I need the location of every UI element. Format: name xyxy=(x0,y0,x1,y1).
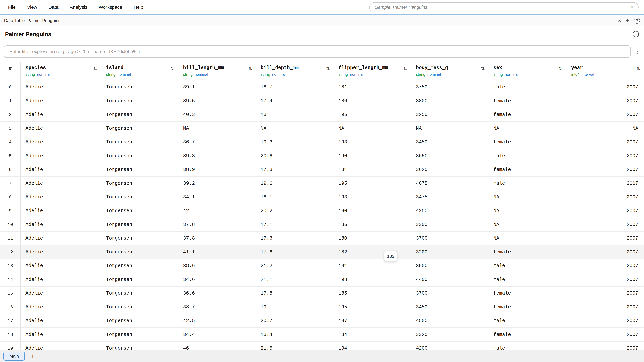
cell[interactable]: Torgersen xyxy=(101,108,178,121)
menu-item-data[interactable]: Data xyxy=(48,4,58,10)
cell[interactable]: 17.6 xyxy=(256,245,334,259)
cell[interactable]: Adelie xyxy=(21,177,101,190)
menu-item-help[interactable]: Help xyxy=(134,4,143,10)
cell[interactable]: 2007 xyxy=(566,135,644,149)
cell[interactable]: Adelie xyxy=(21,122,101,135)
cell[interactable]: Adelie xyxy=(21,342,101,350)
cell[interactable]: 2007 xyxy=(566,218,644,231)
table-row[interactable]: 11AdelieTorgersen37.817.31803700NA2007 xyxy=(0,232,644,245)
cell[interactable]: 38.9 xyxy=(178,163,256,176)
cell[interactable]: NA xyxy=(489,218,566,231)
cell[interactable]: Adelie xyxy=(21,328,101,341)
cell[interactable]: 46 xyxy=(178,342,256,350)
cell[interactable]: male xyxy=(489,177,566,190)
cell[interactable]: Adelie xyxy=(21,232,101,245)
cell[interactable]: 37.8 xyxy=(178,232,256,245)
cell[interactable]: 190 xyxy=(334,149,411,163)
menu-item-workspace[interactable]: Workspace xyxy=(99,4,122,10)
cell[interactable]: female xyxy=(489,135,566,149)
cell[interactable]: Torgersen xyxy=(101,177,178,190)
menu-item-view[interactable]: View xyxy=(27,4,37,10)
cell[interactable]: Adelie xyxy=(21,245,101,259)
column-header-sex[interactable]: sexstringnominal⇅ xyxy=(489,62,566,80)
cell[interactable]: 42.5 xyxy=(178,314,256,328)
cell[interactable]: 182 xyxy=(334,245,411,259)
cell[interactable]: 37.8 xyxy=(178,218,256,231)
cell[interactable]: 2007 xyxy=(566,300,644,314)
cell[interactable]: 2007 xyxy=(566,314,644,328)
table-row[interactable]: 1AdelieTorgersen39.517.41863800female200… xyxy=(0,94,644,108)
tab-title[interactable]: Data Table: Palmer Penguins xyxy=(4,18,60,23)
column-header-species[interactable]: speciesstringnominal⇅ xyxy=(21,62,101,80)
cell[interactable]: Torgersen xyxy=(101,204,178,218)
cell[interactable]: Adelie xyxy=(21,300,101,314)
cell[interactable]: 2007 xyxy=(566,245,644,259)
cell[interactable]: 39.1 xyxy=(178,80,256,94)
cell[interactable]: 4500 xyxy=(411,314,489,328)
cell[interactable]: Adelie xyxy=(21,135,101,149)
table-row[interactable]: 3AdelieTorgersenNANANANANANA xyxy=(0,122,644,135)
cell[interactable]: 3800 xyxy=(411,94,489,108)
cell[interactable]: 3650 xyxy=(411,149,489,163)
cell[interactable]: Torgersen xyxy=(101,94,178,108)
table-row[interactable]: 14AdelieTorgersen34.621.11984400male2007 xyxy=(0,273,644,287)
cell[interactable]: female xyxy=(489,287,566,300)
cell[interactable]: 2007 xyxy=(566,190,644,204)
cell[interactable]: Torgersen xyxy=(101,232,178,245)
cell[interactable]: 181 xyxy=(334,80,411,94)
cell[interactable]: Torgersen xyxy=(101,245,178,259)
info-icon[interactable]: i xyxy=(632,31,639,37)
table-row[interactable]: 7AdelieTorgersen39.219.61954675male2007 xyxy=(0,177,644,190)
help-icon[interactable]: ? xyxy=(634,17,640,24)
sort-icon[interactable]: ⇅ xyxy=(326,66,330,71)
cell[interactable]: 3325 xyxy=(411,328,489,341)
cell[interactable]: 190 xyxy=(334,204,411,218)
cell[interactable]: 19.6 xyxy=(256,177,334,190)
cell[interactable]: Torgersen xyxy=(101,135,178,149)
cell[interactable]: 2007 xyxy=(566,232,644,245)
cell[interactable]: Torgersen xyxy=(101,273,178,286)
cell[interactable]: 19.3 xyxy=(256,135,334,149)
cell[interactable]: male xyxy=(489,80,566,94)
cell[interactable]: male xyxy=(489,314,566,328)
column-header-island[interactable]: islandstringnominal⇅ xyxy=(101,62,178,80)
add-tab-icon[interactable]: + xyxy=(626,18,629,23)
cell[interactable]: Adelie xyxy=(21,108,101,121)
cell[interactable]: Adelie xyxy=(21,259,101,273)
cell[interactable]: NA xyxy=(489,122,566,135)
cell[interactable]: NA xyxy=(489,204,566,218)
column-header-bill_depth_mm[interactable]: bill_depth_mmstringnominal⇅ xyxy=(256,62,334,80)
sheet-tab-main[interactable]: Main xyxy=(3,352,25,361)
chevron-down-icon[interactable]: ▾ xyxy=(631,5,633,9)
cell[interactable]: Adelie xyxy=(21,287,101,300)
sort-icon[interactable]: ⇅ xyxy=(403,66,407,71)
cell[interactable]: 195 xyxy=(334,177,411,190)
cell[interactable]: Torgersen xyxy=(101,149,178,163)
cell[interactable]: 3750 xyxy=(411,80,489,94)
cell[interactable]: 20.6 xyxy=(256,149,334,163)
table-row[interactable]: 15AdelieTorgersen36.617.81853700female20… xyxy=(0,287,644,300)
cell[interactable]: 3625 xyxy=(411,163,489,176)
cell[interactable]: male xyxy=(489,342,566,350)
cell[interactable]: 18.4 xyxy=(256,328,334,341)
menu-item-analysis[interactable]: Analysis xyxy=(70,4,87,10)
table-row[interactable]: 19AdelieTorgersen4621.51944200male2007 xyxy=(0,342,644,350)
cell[interactable]: 2007 xyxy=(566,342,644,350)
table-row[interactable]: 5AdelieTorgersen39.320.61903650male2007 xyxy=(0,149,644,163)
sort-icon[interactable]: ⇅ xyxy=(636,66,640,71)
cell[interactable]: Adelie xyxy=(21,314,101,328)
table-row[interactable]: 18AdelieTorgersen34.418.41843325female20… xyxy=(0,328,644,342)
cell[interactable]: Torgersen xyxy=(101,328,178,341)
cell[interactable]: female xyxy=(489,300,566,314)
sort-icon[interactable]: ⇅ xyxy=(170,66,174,71)
cell[interactable]: Torgersen xyxy=(101,80,178,94)
cell[interactable]: Torgersen xyxy=(101,163,178,176)
cell[interactable]: NA xyxy=(178,122,256,135)
cell[interactable]: Torgersen xyxy=(101,218,178,231)
cell[interactable]: 36.7 xyxy=(178,135,256,149)
table-row[interactable]: 4AdelieTorgersen36.719.31933450female200… xyxy=(0,135,644,149)
filter-expression-input[interactable] xyxy=(4,45,630,58)
cell[interactable]: 180 xyxy=(334,232,411,245)
cell[interactable]: 3300 xyxy=(411,218,489,231)
cell[interactable]: female xyxy=(489,245,566,259)
